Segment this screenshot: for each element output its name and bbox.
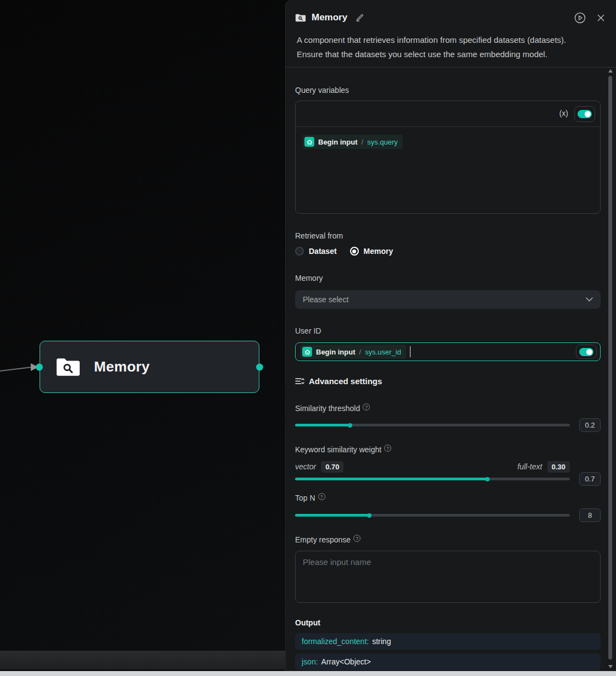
query-variables-label: Query variables xyxy=(295,86,349,95)
top-n-label: Top N? xyxy=(295,493,325,502)
header-divider xyxy=(286,67,616,68)
fulltext-label: full-text xyxy=(518,462,542,471)
chip-field: sys.user_id xyxy=(365,348,401,356)
vector-label: vector xyxy=(295,462,316,471)
query-variable-chip[interactable]: Begin input / sys.query xyxy=(302,135,403,149)
output-row: json: Array<Object> xyxy=(295,653,601,670)
edge-connector xyxy=(0,0,285,676)
chip-separator: / xyxy=(362,138,364,146)
folder-search-icon xyxy=(295,13,306,23)
chip-separator: / xyxy=(359,348,362,356)
begin-node-icon xyxy=(304,137,314,147)
similarity-threshold-label: Similarity threshold? xyxy=(295,403,370,413)
radio-memory-label: Memory xyxy=(364,247,393,256)
component-description: A component that retrieves information f… xyxy=(297,33,608,62)
top-n-value[interactable]: 8 xyxy=(579,508,601,522)
output-type: Array<Object> xyxy=(321,657,371,666)
retrieval-from-radios: Dataset Memory xyxy=(295,247,393,256)
slider-knob[interactable] xyxy=(485,477,490,481)
select-placeholder: Please select xyxy=(303,295,348,304)
edit-title-icon[interactable] xyxy=(355,13,365,23)
chip-source: Begin input xyxy=(316,348,356,356)
output-name: json: xyxy=(302,657,318,666)
help-icon[interactable]: ? xyxy=(353,535,360,542)
slider-knob[interactable] xyxy=(348,423,352,428)
scroll-up-arrow[interactable] xyxy=(608,69,613,73)
panel-scrollbar[interactable] xyxy=(608,69,613,668)
user-id-variable-chip[interactable]: Begin input / sys.user_id xyxy=(300,345,406,359)
radio-dataset-label: Dataset xyxy=(309,247,337,256)
memory-node[interactable]: Memory xyxy=(40,341,259,393)
scrollbar-thumb[interactable] xyxy=(608,76,612,660)
user-id-label: User ID xyxy=(295,326,321,335)
empty-response-textarea[interactable] xyxy=(295,551,601,603)
memory-label: Memory xyxy=(295,274,323,282)
fulltext-value-badge: 0.30 xyxy=(547,461,570,473)
query-variables-box: (x) Begin input / sys.query xyxy=(295,101,601,214)
memory-select[interactable]: Please select xyxy=(295,290,601,309)
chevron-down-icon xyxy=(586,297,593,302)
radio-circle-on[interactable] xyxy=(350,247,359,256)
panel-title: Memory xyxy=(312,12,347,23)
query-variables-toggle[interactable] xyxy=(574,106,595,122)
node-input-handle[interactable] xyxy=(36,363,43,370)
advanced-settings-icon xyxy=(295,376,304,386)
insert-variable-icon[interactable]: (x) xyxy=(559,109,568,118)
radio-memory[interactable]: Memory xyxy=(350,247,393,256)
advanced-settings-label: Advanced settings xyxy=(309,376,382,386)
retrieval-from-label: Retrieval from xyxy=(295,231,343,240)
window-bottom-strip xyxy=(0,671,616,676)
canvas-bottom-bar xyxy=(0,651,285,669)
user-id-toggle[interactable] xyxy=(576,345,597,359)
radio-dataset[interactable]: Dataset xyxy=(295,247,337,256)
keyword-weight-value[interactable]: 0.7 xyxy=(579,472,601,486)
user-id-input[interactable]: Begin input / sys.user_id xyxy=(295,342,601,361)
radio-circle-off[interactable] xyxy=(295,247,304,256)
help-icon[interactable]: ? xyxy=(363,403,370,411)
run-icon[interactable] xyxy=(574,12,586,24)
help-icon[interactable]: ? xyxy=(384,445,391,452)
query-variables-toolbar: (x) xyxy=(296,101,600,127)
advanced-settings-header[interactable]: Advanced settings xyxy=(295,376,382,386)
keyword-weight-values: vector 0.70 full-text 0.30 xyxy=(295,461,570,473)
text-cursor xyxy=(410,346,410,357)
help-icon[interactable]: ? xyxy=(318,493,325,500)
similarity-threshold-value[interactable]: 0.2 xyxy=(579,418,601,432)
panel-header: Memory xyxy=(295,10,605,25)
empty-response-label: Empty response? xyxy=(295,535,360,544)
slider-knob[interactable] xyxy=(367,513,371,518)
chip-source: Begin input xyxy=(318,138,358,146)
keyword-weight-slider[interactable] xyxy=(295,478,570,480)
output-type: string xyxy=(372,637,391,646)
scroll-down-arrow[interactable] xyxy=(608,665,613,668)
node-output-handle[interactable] xyxy=(256,363,263,370)
node-title: Memory xyxy=(94,358,150,375)
close-icon[interactable] xyxy=(597,14,605,22)
chip-field: sys.query xyxy=(367,138,398,146)
keyword-weight-label: Keyword similarity weight? xyxy=(295,445,391,454)
output-row: formalized_content: string xyxy=(295,633,601,650)
output-name: formalized_content: xyxy=(302,637,369,646)
folder-search-icon xyxy=(56,357,81,378)
similarity-threshold-slider[interactable] xyxy=(295,424,570,426)
vector-value-badge: 0.70 xyxy=(321,461,343,473)
output-label: Output xyxy=(295,618,320,627)
begin-node-icon xyxy=(302,347,312,357)
config-panel: Memory A component that retri xyxy=(285,0,616,676)
top-n-slider[interactable] xyxy=(295,514,570,517)
